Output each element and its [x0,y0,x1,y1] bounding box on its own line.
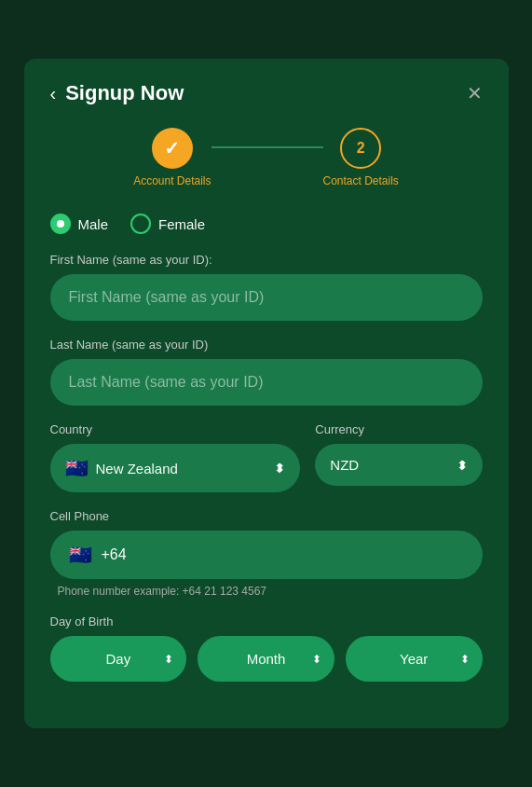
female-label: Female [158,216,205,232]
month-select[interactable]: Month [198,636,334,682]
male-radio[interactable] [50,214,71,234]
modal-header: ‹ Signup Now ✕ [50,81,483,105]
country-name: New Zealand [96,461,269,476]
currency-select[interactable]: NZD ⬍ [315,444,482,486]
first-name-input[interactable] [50,274,483,321]
country-col: Country 🇳🇿 New Zealand ⬍ [50,422,301,492]
stepper-line [211,146,323,148]
back-button[interactable]: ‹ [50,83,57,104]
male-label: Male [78,216,109,232]
currency-chevron-icon: ⬍ [458,459,468,472]
gender-row: Male Female [50,214,483,234]
step-2-number: 2 [357,140,365,157]
first-name-group: First Name (same as your ID): [50,253,483,321]
last-name-label: Last Name (same as your ID) [50,338,483,352]
currency-label: Currency [315,422,482,436]
back-icon: ‹ [50,83,57,104]
step-1-circle: ✓ [152,128,193,169]
step-2: 2 Contact Details [323,128,399,187]
nz-flag: 🇳🇿 [65,457,89,479]
phone-group: Cell Phone 🇳🇿 +64 Phone number example: … [50,509,483,598]
checkmark-icon: ✓ [164,137,180,159]
last-name-group: Last Name (same as your ID) [50,338,483,406]
year-wrapper: Year [346,636,483,682]
step-2-label: Contact Details [323,174,399,187]
year-select[interactable]: Year [346,636,483,682]
signup-modal: ‹ Signup Now ✕ ✓ Account Details 2 Conta… [24,59,509,728]
currency-select-wrapper: NZD ⬍ [315,444,482,486]
modal-title: Signup Now [65,81,466,105]
dob-row: Day Month Year [50,636,483,682]
gender-female-option[interactable]: Female [130,214,205,234]
country-currency-row: Country 🇳🇿 New Zealand ⬍ Currency NZD ⬍ [50,422,483,492]
stepper: ✓ Account Details 2 Contact Details [50,128,483,187]
currency-col: Currency NZD ⬍ [315,422,482,492]
close-icon: ✕ [467,83,483,104]
gender-male-option[interactable]: Male [50,214,109,234]
close-button[interactable]: ✕ [467,82,483,104]
step-1-label: Account Details [133,174,211,187]
day-select[interactable]: Day [50,636,187,682]
day-wrapper: Day [50,636,187,682]
phone-input-wrapper[interactable]: 🇳🇿 +64 [50,531,483,579]
phone-flag: 🇳🇿 [69,544,92,566]
currency-value: NZD [330,457,450,473]
step-2-circle: 2 [340,128,381,169]
female-radio[interactable] [130,214,151,234]
first-name-label: First Name (same as your ID): [50,253,483,267]
phone-label: Cell Phone [50,509,483,523]
phone-hint: Phone number example: +64 21 123 4567 [50,585,483,598]
dob-label: Day of Birth [50,614,483,628]
chevron-down-icon: ⬍ [276,462,285,475]
step-1: ✓ Account Details [133,128,211,187]
dob-group: Day of Birth Day Month Year [50,614,483,682]
month-wrapper: Month [198,636,334,682]
country-select-wrapper: 🇳🇿 New Zealand ⬍ [50,444,301,492]
phone-code: +64 [102,546,127,563]
last-name-input[interactable] [50,359,483,406]
country-label: Country [50,422,301,436]
country-select[interactable]: 🇳🇿 New Zealand ⬍ [50,444,301,492]
